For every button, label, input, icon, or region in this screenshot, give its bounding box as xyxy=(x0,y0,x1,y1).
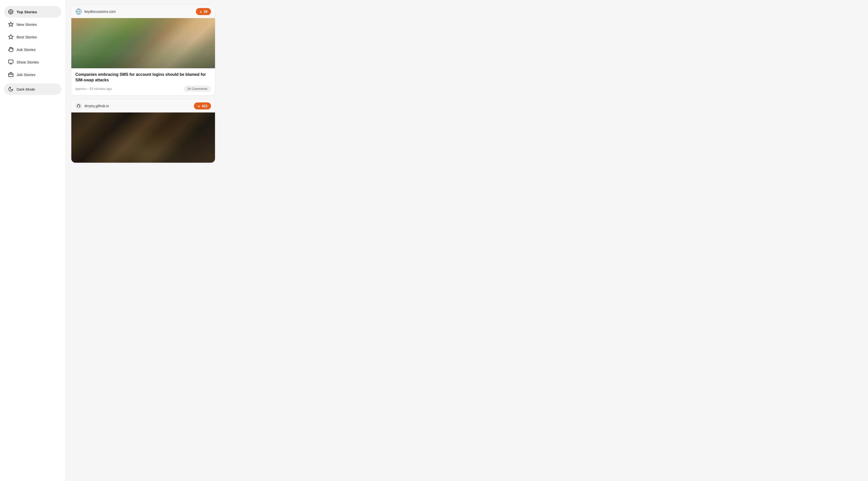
sidebar-item-show-stories[interactable]: Show Stories xyxy=(4,56,61,68)
story-source: keydiscussions.com xyxy=(75,8,116,15)
svg-point-1 xyxy=(10,11,11,12)
sidebar-item-ask-stories[interactable]: Ask Stories xyxy=(4,44,61,55)
sidebar-item-dark-mode[interactable]: Dark Mode xyxy=(4,83,61,95)
sidebar-item-job-stories[interactable]: Job Stories xyxy=(4,69,61,80)
story-author: spenvo – 53 minutes ago xyxy=(75,87,112,91)
moon-icon xyxy=(8,86,13,92)
sidebar-item-label: Best Stories xyxy=(17,35,37,39)
author-name: spenvo xyxy=(75,87,86,91)
svg-rect-11 xyxy=(8,73,13,76)
story-footer: Companies embracing SMS for account logi… xyxy=(71,68,215,95)
vote-badge[interactable]: ▲ 38 xyxy=(196,8,211,15)
vote-badge[interactable]: ▲ 422 xyxy=(194,102,211,109)
story-image xyxy=(71,18,215,68)
story-card: dmytry.github.io ▲ 422 xyxy=(71,99,215,163)
briefcase-icon xyxy=(8,72,13,77)
author-separator: – xyxy=(87,87,90,91)
source-favicon xyxy=(75,103,82,109)
svg-marker-6 xyxy=(8,22,13,26)
target-icon xyxy=(8,9,13,14)
monitor-icon xyxy=(8,59,13,65)
story-image xyxy=(71,113,215,163)
sidebar-item-label: Show Stories xyxy=(17,60,39,64)
story-source: dmytry.github.io xyxy=(75,103,109,109)
sidebar-item-label: Ask Stories xyxy=(17,47,36,52)
sidebar-item-label: Job Stories xyxy=(17,72,35,77)
hand-icon xyxy=(8,47,13,52)
source-name: keydiscussions.com xyxy=(84,9,116,13)
story-header: keydiscussions.com ▲ 38 xyxy=(71,5,215,18)
sidebar-item-label: Top Stories xyxy=(17,10,37,14)
story-header: dmytry.github.io ▲ 422 xyxy=(71,99,215,113)
sidebar-item-top-stories[interactable]: Top Stories xyxy=(4,6,61,18)
sidebar-item-new-stories[interactable]: New Stories xyxy=(4,19,61,30)
vote-count: 422 xyxy=(202,104,208,108)
story-card: keydiscussions.com ▲ 38 Companies embrac… xyxy=(71,5,215,95)
upvote-arrow-icon: ▲ xyxy=(197,104,200,108)
time-ago: 53 minutes ago xyxy=(89,87,112,91)
upvote-arrow-icon: ▲ xyxy=(199,10,203,13)
sidebar-item-label: New Stories xyxy=(17,22,37,27)
source-favicon xyxy=(75,8,82,15)
main-content: keydiscussions.com ▲ 38 Companies embrac… xyxy=(65,0,221,481)
dark-mode-label: Dark Mode xyxy=(17,87,35,91)
comments-badge[interactable]: 16 Comments xyxy=(184,86,211,92)
story-title[interactable]: Companies embracing SMS for account logi… xyxy=(75,72,211,83)
svg-marker-7 xyxy=(8,35,13,39)
vote-count: 38 xyxy=(204,9,208,13)
star-icon xyxy=(8,34,13,40)
sparkle-icon xyxy=(8,22,13,27)
story-meta: spenvo – 53 minutes ago 16 Comments xyxy=(75,86,211,92)
svg-rect-8 xyxy=(8,60,13,63)
sidebar: Top Stories New Stories Best Stories xyxy=(0,0,65,481)
source-name: dmytry.github.io xyxy=(84,104,109,108)
sidebar-item-best-stories[interactable]: Best Stories xyxy=(4,31,61,43)
